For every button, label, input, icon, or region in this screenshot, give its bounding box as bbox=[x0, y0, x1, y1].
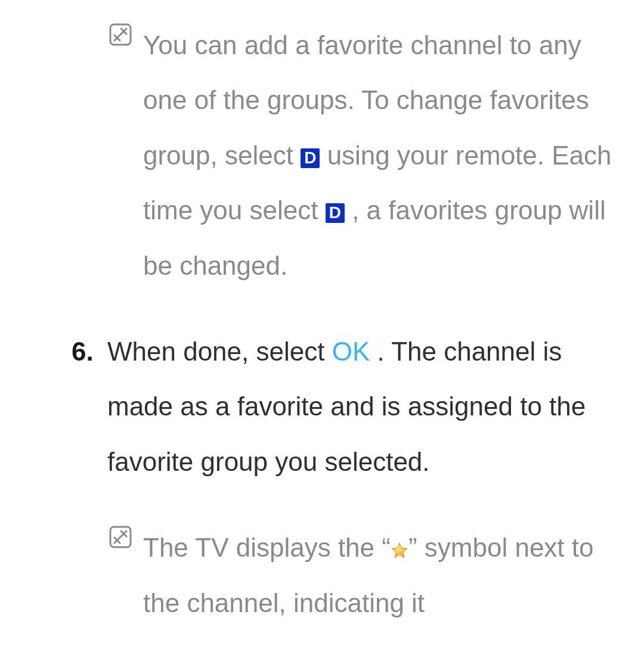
manual-page: You can add a favorite channel to any on… bbox=[0, 0, 644, 658]
d-button-badge: D bbox=[326, 203, 345, 223]
close-quote: ” bbox=[408, 533, 417, 562]
note-favorite-groups: You can add a favorite channel to any on… bbox=[72, 18, 620, 293]
ok-label: OK bbox=[332, 337, 370, 366]
d-button-badge: D bbox=[301, 148, 320, 168]
note-icon bbox=[109, 525, 132, 549]
step-number: 6. bbox=[72, 324, 94, 379]
open-quote: “ bbox=[382, 533, 391, 562]
step-6: 6. When done, select OK . The channel is… bbox=[72, 324, 620, 489]
star-icon bbox=[391, 542, 408, 560]
step-text-1: When done, select bbox=[107, 337, 332, 366]
note2-text-1: The TV displays the bbox=[143, 533, 382, 562]
note-icon bbox=[109, 23, 132, 46]
note-star-symbol: The TV displays the “ ” symbol next to t… bbox=[72, 520, 620, 631]
